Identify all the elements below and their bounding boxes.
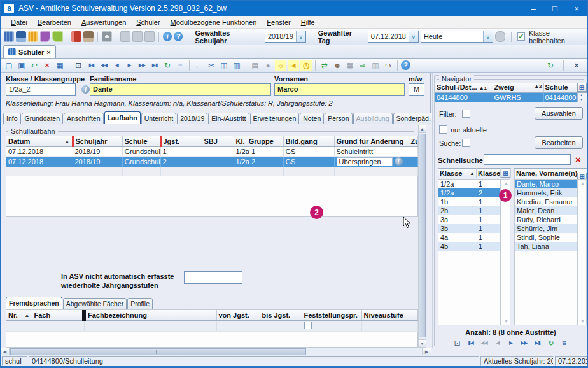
bearbeiten-button[interactable]: Bearbeiten [535, 136, 583, 149]
column-fach[interactable]: Fach [32, 310, 84, 320]
column-schuljahr[interactable]: Schuljahr [73, 136, 122, 146]
search-checkbox[interactable] [462, 139, 470, 147]
disc-icon[interactable] [102, 31, 112, 42]
student-row[interactable]: Stindl, Sophie [515, 233, 577, 242]
delete-icon[interactable]: × [41, 60, 53, 71]
column-bis-jgst[interactable]: bis Jgst. [260, 310, 302, 320]
student-row[interactable]: Schürrle, Jim [515, 224, 577, 233]
menu-schueler[interactable]: Schüler [131, 17, 165, 27]
chat-green-icon[interactable] [52, 31, 62, 42]
class-row[interactable]: 4b1 [438, 242, 500, 251]
tab-ein-austritt[interactable]: Ein-/Austritt [208, 113, 249, 124]
scroll-up-icon[interactable]: ▲ [504, 181, 508, 185]
classes-icon[interactable] [16, 31, 26, 42]
list-view-icon[interactable]: ≡ [559, 337, 570, 348]
new-record-icon[interactable]: ▢ [3, 60, 15, 71]
spinner-up-icon[interactable]: ▴ [580, 93, 582, 97]
name-list-scroll-strip[interactable]: ▲ ▼ [577, 179, 587, 325]
class-row[interactable]: 2b1 [438, 206, 500, 215]
student-row[interactable]: Hummels, Erik [515, 188, 577, 197]
menu-modulbezogene-funktionen[interactable]: Modulbezogene Funktionen [165, 17, 262, 27]
column-klasse[interactable]: Klasse▲ [438, 169, 477, 178]
scroll-down-icon[interactable]: ▼ [504, 319, 508, 323]
column-datum[interactable]: Datum▲ [6, 136, 73, 146]
previous-record-icon[interactable]: ◀ [111, 60, 122, 71]
column-kl-gruppe[interactable]: Kl._Gruppe [234, 136, 283, 146]
student-row[interactable]: Khedira, Esmanur [515, 197, 577, 206]
sync-icon[interactable]: ⇄ [319, 60, 330, 71]
only-current-checkbox[interactable] [439, 125, 447, 134]
window-icon[interactable]: ⊡ [452, 337, 463, 348]
tab-schuljahr[interactable]: 2018/19 [177, 113, 207, 124]
cut-icon[interactable]: ✂ [206, 60, 217, 71]
vertical-scroll-thumb[interactable] [419, 134, 426, 337]
fast-forward-icon[interactable]: ▶▶ [519, 337, 530, 348]
school-row-selected[interactable]: 04144800 GWRHS 04144800 ▴▾ [435, 92, 587, 102]
tab-grunddaten[interactable]: Grunddaten [22, 113, 63, 124]
tab-info[interactable]: Info [3, 113, 21, 124]
column-schule[interactable]: Schule [122, 136, 160, 146]
menu-hilfe[interactable]: Hilfe [296, 17, 320, 27]
chat-purple-icon[interactable] [40, 31, 50, 42]
laufbahn-row-2-selected[interactable]: 07.12.2018 2018/19 Grundschule ... 2 1/2… [6, 156, 417, 167]
student-row[interactable]: Tah, Liana [515, 242, 577, 251]
grund-edit-field[interactable]: Überspringen [337, 157, 393, 166]
vertical-scrollbar[interactable]: ▲ ▼ [418, 125, 426, 348]
clear-search-icon[interactable]: × [575, 155, 581, 164]
firstname-field[interactable]: Marco [274, 83, 405, 96]
column-bildgang[interactable]: Bild.gang [283, 136, 334, 146]
list-view-icon[interactable]: ≡ [174, 60, 186, 71]
auswaehlen-button[interactable]: Auswählen [535, 107, 583, 120]
menu-datei[interactable]: Datei [6, 17, 32, 27]
rewind-icon[interactable]: ◀◀ [98, 60, 109, 71]
class-row[interactable]: 4a1 [438, 233, 500, 242]
fast-forward-icon[interactable]: ▶▶ [136, 60, 148, 71]
class-row[interactable]: 1/2a1 [438, 180, 500, 188]
exit-student-icon[interactable]: ↪ [382, 60, 394, 71]
class-row-selected[interactable]: 1/2a2 [438, 188, 500, 197]
refresh-icon[interactable]: ↻ [162, 60, 173, 71]
menu-auswertungen[interactable]: Auswertungen [76, 17, 131, 27]
subtab-fremdsprachen[interactable]: Fremdsprachen [6, 297, 62, 309]
chevron-down-icon[interactable]: ∨ [296, 31, 305, 42]
column-sbj[interactable]: SBJ [202, 136, 234, 146]
help-icon[interactable]: ? [174, 32, 183, 41]
day-mode-select[interactable]: Heute ∨ [421, 31, 493, 43]
scroll-up-icon[interactable]: ▲ [580, 181, 585, 185]
save-icon[interactable]: ▣ [16, 60, 27, 71]
album-icon[interactable] [83, 31, 94, 42]
undo-icon[interactable]: ↩ [29, 60, 40, 71]
close-button[interactable]: × [566, 1, 587, 16]
quicksearch-input[interactable] [484, 154, 571, 165]
menu-bearbeiten[interactable]: Bearbeiten [32, 17, 76, 27]
filter-checkbox[interactable] [462, 110, 470, 118]
subtab-abgewaehlte-faecher[interactable]: Abgewählte Fächer [63, 298, 127, 309]
class-group-field[interactable]: 1/2a_2 [6, 83, 76, 96]
row-spinner[interactable]: ▴▾ [577, 93, 585, 102]
column-von-jgst[interactable]: von Jgst. [216, 310, 260, 320]
first-record-icon[interactable]: ▮◀ [85, 60, 97, 71]
copy-icon[interactable]: ◫ [218, 60, 230, 71]
tab-sonderpaed[interactable]: Sonderpäd. [393, 113, 434, 124]
tab-schueler[interactable]: Schüler × [3, 45, 56, 58]
chevron-down-icon[interactable]: ∨ [483, 31, 493, 42]
export-icon[interactable]: ⇨ [357, 60, 368, 71]
next-record-icon[interactable]: ▶ [123, 60, 135, 71]
column-fachbezeichnung[interactable]: Fachbezeichnung [84, 310, 216, 320]
spinner-down-icon[interactable]: ▾ [580, 97, 582, 102]
tab-unterricht[interactable]: Unterricht [141, 113, 177, 124]
tab-close-icon[interactable]: × [46, 48, 50, 56]
info-icon[interactable]: i [163, 32, 172, 41]
column-schul-dst[interactable]: Schul-/Dst... ▲1 [435, 83, 493, 92]
menu-fenster[interactable]: Fenster [262, 17, 295, 27]
refresh-view-icon[interactable]: ↻ [545, 60, 556, 71]
tab-laufbahn[interactable]: Laufbahn [104, 111, 141, 124]
subjects-row-empty[interactable] [6, 320, 417, 331]
column-chooser-icon[interactable]: ⊞ [501, 169, 510, 178]
column-niveaustufe[interactable]: Niveaustufe [361, 310, 417, 320]
class-row[interactable]: 1b1 [438, 197, 500, 206]
teachers-icon[interactable] [28, 31, 38, 42]
tab-anschriften[interactable]: Anschriften [64, 113, 104, 124]
refresh-icon[interactable]: ↻ [545, 337, 557, 348]
column-chooser-cell[interactable]: ⊞ [577, 83, 587, 92]
